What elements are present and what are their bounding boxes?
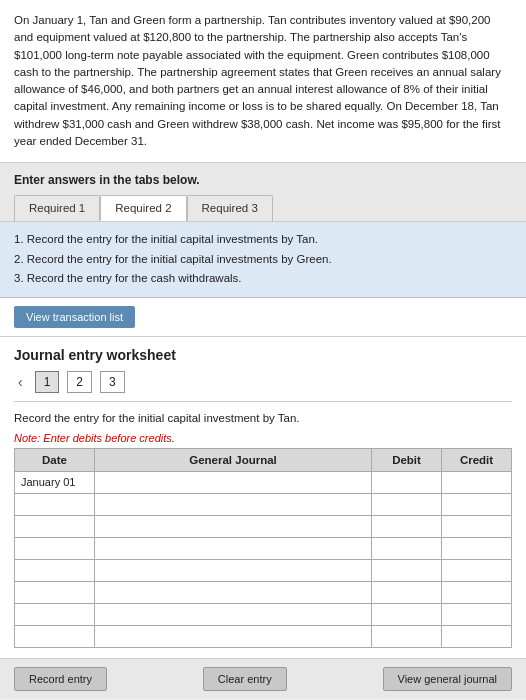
credit-cell-3[interactable]	[442, 515, 512, 537]
credit-cell-7[interactable]	[442, 603, 512, 625]
view-general-journal-button[interactable]: View general journal	[383, 667, 512, 691]
tabs-row: Required 1 Required 2 Required 3	[14, 195, 512, 221]
date-cell-3	[15, 515, 95, 537]
debit-cell-3[interactable]	[372, 515, 442, 537]
instruction-line-3: 3. Record the entry for the cash withdra…	[14, 269, 512, 289]
date-cell-4	[15, 537, 95, 559]
debit-cell-5[interactable]	[372, 559, 442, 581]
bottom-buttons-bar: Record entry Clear entry View general jo…	[0, 658, 526, 699]
general-journal-cell-5[interactable]	[95, 559, 372, 581]
journal-section: Journal entry worksheet ‹ 1 2 3 Record t…	[0, 337, 526, 658]
date-cell-1: January 01	[15, 471, 95, 493]
debit-cell-4[interactable]	[372, 537, 442, 559]
credit-cell-4[interactable]	[442, 537, 512, 559]
general-journal-cell-2[interactable]	[95, 493, 372, 515]
col-header-credit: Credit	[442, 448, 512, 471]
clear-entry-button[interactable]: Clear entry	[203, 667, 287, 691]
prev-page-chevron[interactable]: ‹	[14, 372, 27, 392]
intro-paragraph: On January 1, Tan and Green form a partn…	[0, 0, 526, 163]
instruction-line-2: 2. Record the entry for the initial capi…	[14, 250, 512, 270]
view-transaction-button[interactable]: View transaction list	[14, 306, 135, 328]
table-row-8	[15, 625, 512, 647]
credit-cell-6[interactable]	[442, 581, 512, 603]
table-row-3	[15, 515, 512, 537]
table-row-1: January 01	[15, 471, 512, 493]
page-1-button[interactable]: 1	[35, 371, 60, 393]
general-journal-cell-4[interactable]	[95, 537, 372, 559]
col-header-general-journal: General Journal	[95, 448, 372, 471]
table-row-2	[15, 493, 512, 515]
table-row-4	[15, 537, 512, 559]
record-entry-button[interactable]: Record entry	[14, 667, 107, 691]
record-instruction: Record the entry for the initial capital…	[14, 412, 512, 424]
enter-answers-label: Enter answers in the tabs below.	[14, 173, 512, 187]
page-2-button[interactable]: 2	[67, 371, 92, 393]
general-journal-cell-3[interactable]	[95, 515, 372, 537]
date-cell-7	[15, 603, 95, 625]
debit-cell-7[interactable]	[372, 603, 442, 625]
date-cell-2	[15, 493, 95, 515]
col-header-date: Date	[15, 448, 95, 471]
debit-cell-6[interactable]	[372, 581, 442, 603]
page-3-button[interactable]: 3	[100, 371, 125, 393]
date-cell-8	[15, 625, 95, 647]
debit-cell-8[interactable]	[372, 625, 442, 647]
table-row-6	[15, 581, 512, 603]
note-text: Note: Enter debits before credits.	[14, 432, 512, 444]
credit-cell-8[interactable]	[442, 625, 512, 647]
credit-cell-2[interactable]	[442, 493, 512, 515]
enter-answers-section: Enter answers in the tabs below. Require…	[0, 163, 526, 222]
tab-required3[interactable]: Required 3	[187, 195, 273, 221]
journal-title: Journal entry worksheet	[14, 347, 512, 363]
tab-required1[interactable]: Required 1	[14, 195, 100, 221]
worksheet-nav: ‹ 1 2 3	[14, 371, 512, 402]
instruction-line-1: 1. Record the entry for the initial capi…	[14, 230, 512, 250]
general-journal-cell-1[interactable]	[95, 471, 372, 493]
table-row-7	[15, 603, 512, 625]
debit-cell-1[interactable]	[372, 471, 442, 493]
credit-cell-5[interactable]	[442, 559, 512, 581]
general-journal-cell-7[interactable]	[95, 603, 372, 625]
table-row-5	[15, 559, 512, 581]
general-journal-cell-6[interactable]	[95, 581, 372, 603]
instructions-box: 1. Record the entry for the initial capi…	[0, 222, 526, 298]
col-header-debit: Debit	[372, 448, 442, 471]
journal-table: Date General Journal Debit Credit Januar…	[14, 448, 512, 648]
debit-cell-2[interactable]	[372, 493, 442, 515]
general-journal-cell-8[interactable]	[95, 625, 372, 647]
date-cell-6	[15, 581, 95, 603]
credit-cell-1[interactable]	[442, 471, 512, 493]
tab-required2[interactable]: Required 2	[100, 195, 186, 221]
date-cell-5	[15, 559, 95, 581]
